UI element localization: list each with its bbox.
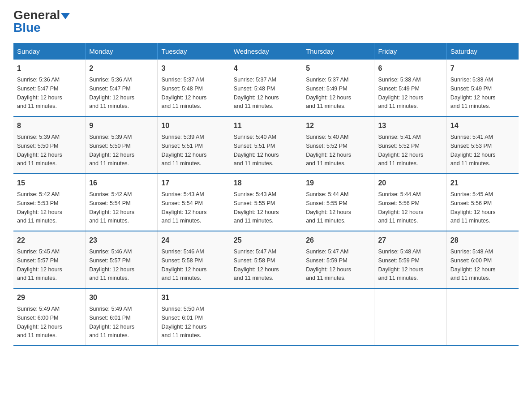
day-info: Sunrise: 5:39 AMSunset: 5:50 PMDaylight:… <box>89 134 134 167</box>
calendar-cell: 29Sunrise: 5:49 AMSunset: 6:00 PMDayligh… <box>13 288 86 346</box>
day-info: Sunrise: 5:49 AMSunset: 6:00 PMDaylight:… <box>17 306 62 338</box>
calendar-cell <box>446 288 519 346</box>
day-info: Sunrise: 5:49 AMSunset: 6:01 PMDaylight:… <box>89 306 134 338</box>
day-info: Sunrise: 5:41 AMSunset: 5:53 PMDaylight:… <box>450 134 496 167</box>
calendar-week-1: 1Sunrise: 5:36 AMSunset: 5:47 PMDaylight… <box>13 60 519 116</box>
day-number: 15 <box>17 178 82 188</box>
day-info: Sunrise: 5:48 AMSunset: 5:59 PMDaylight:… <box>378 248 423 281</box>
calendar-cell: 19Sunrise: 5:44 AMSunset: 5:55 PMDayligh… <box>302 174 374 231</box>
day-number: 1 <box>17 63 82 74</box>
day-info: Sunrise: 5:36 AMSunset: 5:47 PMDaylight:… <box>17 77 62 109</box>
day-number: 6 <box>378 63 442 74</box>
day-number: 14 <box>450 120 515 131</box>
calendar-cell: 17Sunrise: 5:43 AMSunset: 5:54 PMDayligh… <box>158 174 230 231</box>
header-tuesday: Tuesday <box>158 43 230 60</box>
day-number: 13 <box>378 120 442 131</box>
calendar-header-row: SundayMondayTuesdayWednesdayThursdayFrid… <box>13 43 519 60</box>
day-info: Sunrise: 5:38 AMSunset: 5:49 PMDaylight:… <box>450 77 496 109</box>
page-header: General Blue <box>13 9 519 34</box>
calendar-cell: 24Sunrise: 5:46 AMSunset: 5:58 PMDayligh… <box>158 231 230 288</box>
logo-general: General <box>13 9 70 21</box>
day-number: 25 <box>234 235 298 246</box>
calendar-cell: 26Sunrise: 5:47 AMSunset: 5:59 PMDayligh… <box>302 231 374 288</box>
calendar-cell: 21Sunrise: 5:45 AMSunset: 5:56 PMDayligh… <box>446 174 519 231</box>
day-info: Sunrise: 5:50 AMSunset: 6:01 PMDaylight:… <box>161 306 206 338</box>
header-friday: Friday <box>374 43 446 60</box>
day-info: Sunrise: 5:39 AMSunset: 5:51 PMDaylight:… <box>161 134 206 167</box>
header-thursday: Thursday <box>302 43 374 60</box>
day-info: Sunrise: 5:44 AMSunset: 5:55 PMDaylight:… <box>306 191 351 224</box>
day-number: 3 <box>161 63 226 74</box>
day-number: 18 <box>234 178 298 188</box>
day-info: Sunrise: 5:47 AMSunset: 5:59 PMDaylight:… <box>306 248 351 281</box>
day-number: 19 <box>306 178 370 188</box>
calendar-cell: 14Sunrise: 5:41 AMSunset: 5:53 PMDayligh… <box>446 116 519 174</box>
calendar-cell <box>230 288 302 346</box>
day-info: Sunrise: 5:46 AMSunset: 5:58 PMDaylight:… <box>161 248 206 281</box>
header-saturday: Saturday <box>446 43 519 60</box>
calendar-cell: 10Sunrise: 5:39 AMSunset: 5:51 PMDayligh… <box>158 116 230 174</box>
header-wednesday: Wednesday <box>230 43 302 60</box>
day-number: 8 <box>17 120 82 131</box>
day-number: 5 <box>306 63 370 74</box>
calendar-cell: 12Sunrise: 5:40 AMSunset: 5:52 PMDayligh… <box>302 116 374 174</box>
calendar-week-3: 15Sunrise: 5:42 AMSunset: 5:53 PMDayligh… <box>13 174 519 231</box>
day-number: 4 <box>234 63 298 74</box>
calendar-cell: 22Sunrise: 5:45 AMSunset: 5:57 PMDayligh… <box>13 231 86 288</box>
calendar-cell: 3Sunrise: 5:37 AMSunset: 5:48 PMDaylight… <box>158 60 230 116</box>
day-number: 10 <box>161 120 226 131</box>
day-number: 11 <box>234 120 298 131</box>
day-info: Sunrise: 5:37 AMSunset: 5:49 PMDaylight:… <box>306 77 351 109</box>
calendar-cell: 7Sunrise: 5:38 AMSunset: 5:49 PMDaylight… <box>446 60 519 116</box>
header-sunday: Sunday <box>13 43 86 60</box>
day-info: Sunrise: 5:45 AMSunset: 5:56 PMDaylight:… <box>450 191 496 224</box>
day-number: 27 <box>378 235 442 246</box>
day-info: Sunrise: 5:39 AMSunset: 5:50 PMDaylight:… <box>17 134 62 167</box>
day-info: Sunrise: 5:40 AMSunset: 5:51 PMDaylight:… <box>234 134 279 167</box>
logo: General Blue <box>13 9 70 34</box>
calendar-cell: 6Sunrise: 5:38 AMSunset: 5:49 PMDaylight… <box>374 60 446 116</box>
day-number: 17 <box>161 178 226 188</box>
calendar-table: SundayMondayTuesdayWednesdayThursdayFrid… <box>13 43 519 346</box>
day-number: 28 <box>450 235 515 246</box>
day-number: 29 <box>17 292 82 303</box>
calendar-cell: 2Sunrise: 5:36 AMSunset: 5:47 PMDaylight… <box>86 60 158 116</box>
day-info: Sunrise: 5:45 AMSunset: 5:57 PMDaylight:… <box>17 248 62 281</box>
calendar-cell: 4Sunrise: 5:37 AMSunset: 5:48 PMDaylight… <box>230 60 302 116</box>
calendar-cell: 30Sunrise: 5:49 AMSunset: 6:01 PMDayligh… <box>86 288 158 346</box>
day-number: 26 <box>306 235 370 246</box>
day-info: Sunrise: 5:40 AMSunset: 5:52 PMDaylight:… <box>306 134 351 167</box>
day-info: Sunrise: 5:46 AMSunset: 5:57 PMDaylight:… <box>89 248 134 281</box>
calendar-cell: 13Sunrise: 5:41 AMSunset: 5:52 PMDayligh… <box>374 116 446 174</box>
calendar-cell <box>302 288 374 346</box>
calendar-cell: 11Sunrise: 5:40 AMSunset: 5:51 PMDayligh… <box>230 116 302 174</box>
day-info: Sunrise: 5:48 AMSunset: 6:00 PMDaylight:… <box>450 248 496 281</box>
calendar-cell: 15Sunrise: 5:42 AMSunset: 5:53 PMDayligh… <box>13 174 86 231</box>
day-info: Sunrise: 5:42 AMSunset: 5:54 PMDaylight:… <box>89 191 134 224</box>
day-number: 2 <box>89 63 154 74</box>
calendar-cell: 28Sunrise: 5:48 AMSunset: 6:00 PMDayligh… <box>446 231 519 288</box>
calendar-week-5: 29Sunrise: 5:49 AMSunset: 6:00 PMDayligh… <box>13 288 519 346</box>
calendar-cell: 27Sunrise: 5:48 AMSunset: 5:59 PMDayligh… <box>374 231 446 288</box>
logo-blue: Blue <box>13 21 41 34</box>
day-info: Sunrise: 5:37 AMSunset: 5:48 PMDaylight:… <box>234 77 279 109</box>
day-number: 31 <box>161 292 226 303</box>
calendar-cell: 9Sunrise: 5:39 AMSunset: 5:50 PMDaylight… <box>86 116 158 174</box>
day-info: Sunrise: 5:37 AMSunset: 5:48 PMDaylight:… <box>161 77 206 109</box>
calendar-week-4: 22Sunrise: 5:45 AMSunset: 5:57 PMDayligh… <box>13 231 519 288</box>
day-number: 12 <box>306 120 370 131</box>
calendar-cell: 8Sunrise: 5:39 AMSunset: 5:50 PMDaylight… <box>13 116 86 174</box>
day-info: Sunrise: 5:44 AMSunset: 5:56 PMDaylight:… <box>378 191 423 224</box>
day-number: 7 <box>450 63 515 74</box>
day-number: 22 <box>17 235 82 246</box>
calendar-cell: 20Sunrise: 5:44 AMSunset: 5:56 PMDayligh… <box>374 174 446 231</box>
calendar-cell: 5Sunrise: 5:37 AMSunset: 5:49 PMDaylight… <box>302 60 374 116</box>
day-number: 9 <box>89 120 154 131</box>
day-info: Sunrise: 5:43 AMSunset: 5:55 PMDaylight:… <box>234 191 279 224</box>
day-info: Sunrise: 5:43 AMSunset: 5:54 PMDaylight:… <box>161 191 206 224</box>
day-number: 23 <box>89 235 154 246</box>
day-number: 24 <box>161 235 226 246</box>
day-info: Sunrise: 5:36 AMSunset: 5:47 PMDaylight:… <box>89 77 134 109</box>
day-number: 21 <box>450 178 515 188</box>
calendar-cell: 1Sunrise: 5:36 AMSunset: 5:47 PMDaylight… <box>13 60 86 116</box>
